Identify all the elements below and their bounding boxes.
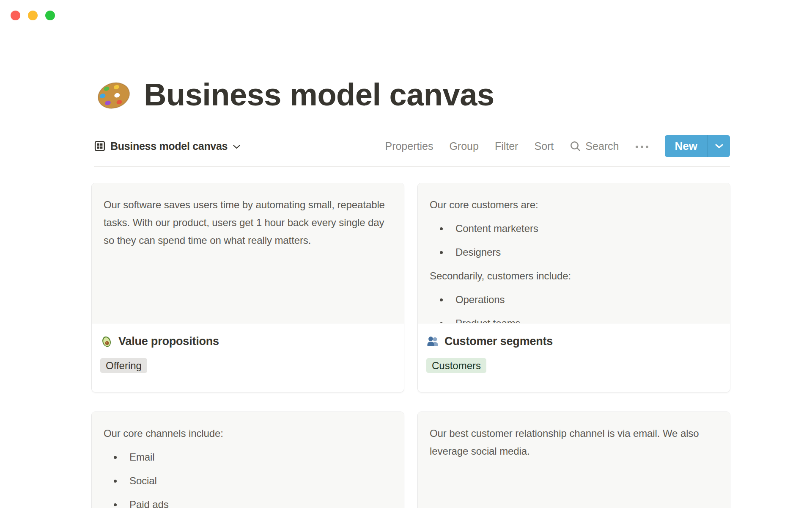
sort-button[interactable]: Sort [534, 140, 554, 152]
tag-pill: Offering [100, 358, 147, 373]
preview-bullet-text: Social [129, 472, 157, 490]
gallery-grid: Our software saves users time by automat… [92, 183, 730, 508]
card-preview: Our software saves users time by automat… [92, 183, 404, 323]
notion-gallery-page: { "window": { "controls": [ { "name": "c… [0, 0, 812, 508]
card-title-row: Customer segments [426, 335, 721, 348]
bullet-icon [440, 227, 443, 230]
bullet-icon [114, 456, 117, 459]
search-icon [570, 141, 581, 152]
more-options-button[interactable] [635, 144, 649, 149]
card-tags: Customers [426, 358, 721, 373]
avocado-icon [100, 335, 113, 348]
busts-icon [426, 335, 439, 348]
preview-bullet-item: Social [104, 472, 392, 490]
search-button[interactable]: Search [570, 140, 619, 152]
group-button[interactable]: Group [449, 140, 478, 152]
properties-button[interactable]: Properties [385, 140, 433, 152]
header-divider [94, 166, 730, 167]
card-tags: Offering [100, 358, 395, 373]
page-header: Business model canvas [94, 70, 494, 119]
preview-paragraph: Our best customer relationship channel i… [430, 425, 718, 460]
ellipsis-icon [635, 145, 649, 149]
card-title-row: Value propositions [100, 335, 395, 348]
card-body: Customer segmentsCustomers [418, 323, 730, 373]
gallery-card[interactable]: Our software saves users time by automat… [92, 183, 404, 392]
bullet-icon [440, 251, 443, 254]
preview-bullet-text: Designers [455, 243, 501, 261]
preview-bullet-text: Paid ads [129, 496, 169, 508]
gallery-card[interactable]: Our core channels include:EmailSocialPai… [92, 412, 404, 508]
bullet-icon [440, 298, 443, 301]
filter-button[interactable]: Filter [495, 140, 518, 152]
minimize-window-button[interactable] [28, 11, 38, 20]
preview-paragraph: Secondarily, customers include: [430, 267, 718, 285]
card-title: Value propositions [118, 335, 219, 348]
preview-bullet-item: Email [104, 448, 392, 466]
view-tab-business-model-canvas[interactable]: Business model canvas [94, 140, 240, 152]
palette-icon[interactable] [94, 74, 134, 115]
zoom-window-button[interactable] [45, 11, 55, 20]
view-tab-label: Business model canvas [110, 140, 228, 152]
card-preview: Our best customer relationship channel i… [418, 412, 730, 508]
new-button[interactable]: New [665, 135, 708, 157]
preview-paragraph: Our core channels include: [104, 425, 392, 442]
bullet-icon [114, 480, 117, 483]
close-window-button[interactable] [11, 11, 20, 20]
chevron-down-icon [715, 144, 723, 149]
page-title: Business model canvas [144, 77, 494, 113]
card-preview: Our core customers are:Content marketers… [418, 183, 730, 323]
card-preview: Our core channels include:EmailSocialPai… [92, 412, 404, 508]
preview-bullet-item: Paid ads [104, 496, 392, 508]
preview-paragraph: Our core customers are: [430, 196, 718, 214]
card-title: Customer segments [444, 335, 553, 348]
gallery-card[interactable]: Our best customer relationship channel i… [418, 412, 730, 508]
preview-bullet-text: Email [129, 448, 155, 466]
tag-pill: Customers [426, 358, 486, 373]
preview-bullet-item: Designers [430, 243, 718, 261]
gallery-view-icon [94, 140, 106, 152]
preview-bullet-item: Content marketers [430, 220, 718, 237]
preview-paragraph: Our software saves users time by automat… [104, 196, 392, 249]
preview-bullet-text: Content marketers [455, 220, 538, 237]
card-body: Value propositionsOffering [92, 323, 404, 373]
window-controls [11, 11, 55, 20]
chevron-down-icon [233, 143, 240, 151]
bullet-icon [114, 503, 117, 506]
preview-bullet-item: Product teams [430, 315, 718, 323]
preview-bullet-text: Product teams [455, 315, 520, 323]
preview-bullet-item: Operations [430, 291, 718, 309]
preview-bullet-text: Operations [455, 291, 505, 309]
search-label: Search [585, 140, 619, 152]
gallery-card[interactable]: Our core customers are:Content marketers… [418, 183, 730, 392]
view-bar: Business model canvas Properties Group F… [94, 135, 730, 157]
new-button-group: New [665, 135, 730, 157]
view-toolbar: Properties Group Filter Sort Search [385, 135, 730, 157]
new-button-dropdown[interactable] [708, 135, 730, 157]
